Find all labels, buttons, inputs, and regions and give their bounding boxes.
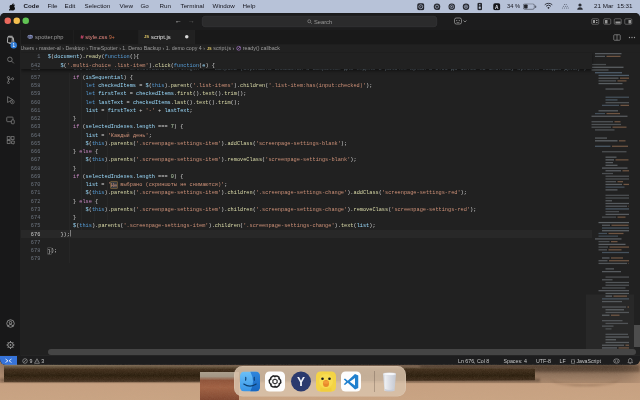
svg-text:A: A [495,5,499,10]
svg-text:JS: JS [144,34,149,39]
svg-text:JS: JS [207,46,212,51]
svg-text:php: php [28,35,33,39]
svg-text:Y: Y [297,375,305,389]
